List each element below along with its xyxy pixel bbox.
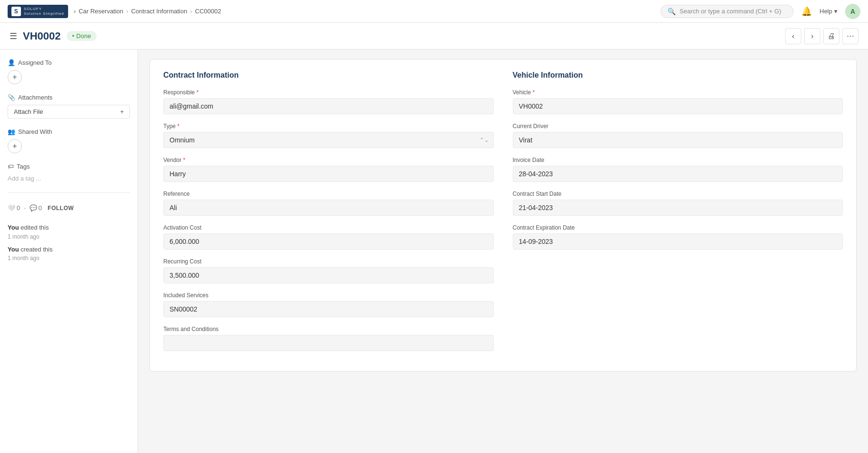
shared-icon: 👥 bbox=[8, 128, 15, 135]
contract-info-title: Contract Information bbox=[163, 71, 494, 80]
status-dot: • bbox=[72, 32, 75, 40]
activity-time-1: 1 month ago bbox=[8, 254, 130, 262]
shared-with-section: 👥 Shared With + bbox=[8, 128, 130, 153]
breadcrumb: › Car Reservation › Contract Information… bbox=[74, 8, 221, 15]
vendor-label: Vendor * bbox=[163, 157, 494, 163]
vehicle-label: Vehicle * bbox=[513, 89, 843, 96]
invoice-date-group: Invoice Date bbox=[513, 157, 843, 182]
recurring-cost-input[interactable] bbox=[163, 267, 494, 283]
contract-expiration-date-group: Contract Expiration Date bbox=[513, 224, 843, 250]
reference-group: Reference bbox=[163, 191, 494, 216]
sidebar: 👤 Assigned To + 📎 Attachments Attach Fil… bbox=[0, 50, 138, 453]
responsible-input[interactable] bbox=[163, 98, 494, 114]
current-driver-group: Current Driver bbox=[513, 123, 843, 148]
type-label: Type * bbox=[163, 123, 494, 130]
logo-text: SOLUFY Solution Simplified bbox=[24, 7, 64, 16]
breadcrumb-sep-0: › bbox=[74, 8, 76, 15]
invoice-date-input[interactable] bbox=[513, 166, 843, 182]
assigned-to-label: 👤 Assigned To bbox=[8, 59, 130, 66]
sidebar-divider bbox=[8, 192, 130, 193]
shared-with-label: 👥 Shared With bbox=[8, 128, 130, 135]
like-button[interactable]: 🤍 0 bbox=[8, 204, 20, 211]
breadcrumb-cc00002[interactable]: CC00002 bbox=[195, 8, 221, 15]
recurring-cost-group: Recurring Cost bbox=[163, 258, 494, 283]
activation-cost-group: Activation Cost bbox=[163, 224, 494, 250]
notifications-icon[interactable]: 🔔 bbox=[801, 6, 812, 17]
terms-group: Terms and Conditions bbox=[163, 326, 494, 351]
contract-expiration-date-input[interactable] bbox=[513, 233, 843, 250]
main-layout: 👤 Assigned To + 📎 Attachments Attach Fil… bbox=[0, 50, 868, 453]
search-placeholder: Search or type a command (Ctrl + G) bbox=[679, 8, 781, 15]
paperclip-icon: 📎 bbox=[8, 94, 15, 101]
attachments-section: 📎 Attachments Attach File + bbox=[8, 94, 130, 119]
vehicle-input[interactable] bbox=[513, 98, 843, 114]
status-badge: • Done bbox=[67, 31, 97, 41]
two-col-grid: Contract Information Responsible * Type … bbox=[163, 71, 843, 360]
activation-cost-label: Activation Cost bbox=[163, 224, 494, 231]
tag-placeholder[interactable]: Add a tag ... bbox=[8, 174, 130, 183]
search-icon: 🔍 bbox=[668, 8, 676, 15]
reactions-row: 🤍 0 · 💬 0 FOLLOW bbox=[8, 202, 130, 213]
add-shared-button[interactable]: + bbox=[8, 139, 22, 153]
current-driver-label: Current Driver bbox=[513, 123, 843, 130]
help-button[interactable]: Help ▾ bbox=[819, 8, 838, 15]
breadcrumb-sep-2: › bbox=[190, 8, 192, 15]
breadcrumb-contract-information[interactable]: Contract Information bbox=[131, 8, 187, 15]
tags-label: 🏷 Tags bbox=[8, 163, 130, 170]
vendor-input[interactable] bbox=[163, 166, 494, 182]
avatar[interactable]: A bbox=[845, 4, 860, 19]
header-actions: ‹ › 🖨 ⋯ bbox=[785, 28, 858, 44]
tags-section: 🏷 Tags Add a tag ... bbox=[8, 163, 130, 183]
current-driver-input[interactable] bbox=[513, 132, 843, 148]
more-options-button[interactable]: ⋯ bbox=[842, 28, 858, 44]
tag-icon: 🏷 bbox=[8, 163, 14, 170]
attachments-label: 📎 Attachments bbox=[8, 94, 130, 101]
next-button[interactable]: › bbox=[804, 28, 820, 44]
contract-expiration-date-label: Contract Expiration Date bbox=[513, 224, 843, 231]
plus-icon: + bbox=[120, 108, 124, 115]
logo[interactable]: S SOLUFY Solution Simplified bbox=[8, 5, 68, 18]
chevron-down-icon: ▾ bbox=[834, 8, 838, 15]
vehicle-information-column: Vehicle Information Vehicle * Current Dr… bbox=[513, 71, 843, 360]
required-star: * bbox=[533, 89, 535, 96]
vehicle-group: Vehicle * bbox=[513, 89, 843, 114]
add-assigned-button[interactable]: + bbox=[8, 70, 22, 84]
included-services-input[interactable] bbox=[163, 301, 494, 317]
recurring-cost-label: Recurring Cost bbox=[163, 258, 494, 265]
page-title: VH0002 bbox=[23, 30, 61, 42]
reference-label: Reference bbox=[163, 191, 494, 197]
vendor-group: Vendor * bbox=[163, 157, 494, 182]
top-nav: S SOLUFY Solution Simplified › Car Reser… bbox=[0, 0, 868, 23]
reference-input[interactable] bbox=[163, 200, 494, 216]
comment-icon: 💬 bbox=[30, 204, 37, 211]
content-area: Contract Information Responsible * Type … bbox=[138, 50, 868, 453]
page-header: ☰ VH0002 • Done ‹ › 🖨 ⋯ bbox=[0, 23, 868, 50]
prev-button[interactable]: ‹ bbox=[785, 28, 801, 44]
contract-start-date-input[interactable] bbox=[513, 200, 843, 216]
terms-input[interactable] bbox=[163, 335, 494, 351]
activity-item-1: You created this 1 month ago bbox=[8, 245, 130, 263]
type-select-wrapper: Omnium bbox=[163, 132, 494, 148]
activity-item-0: You edited this 1 month ago bbox=[8, 223, 130, 241]
content-card: Contract Information Responsible * Type … bbox=[150, 59, 857, 372]
dot-separator: · bbox=[24, 204, 26, 211]
activation-cost-input[interactable] bbox=[163, 233, 494, 250]
responsible-label: Responsible * bbox=[163, 89, 494, 96]
hamburger-icon[interactable]: ☰ bbox=[10, 31, 17, 41]
comment-button[interactable]: 💬 0 bbox=[30, 204, 42, 211]
type-select[interactable]: Omnium bbox=[163, 132, 494, 148]
contract-start-date-group: Contract Start Date bbox=[513, 191, 843, 216]
attach-file-button[interactable]: Attach File + bbox=[8, 105, 130, 119]
required-star: * bbox=[177, 123, 180, 130]
included-services-label: Included Services bbox=[163, 292, 494, 299]
included-services-group: Included Services bbox=[163, 292, 494, 317]
terms-label: Terms and Conditions bbox=[163, 326, 494, 332]
required-star: * bbox=[196, 89, 199, 96]
breadcrumb-sep-1: › bbox=[126, 8, 128, 15]
type-group: Type * Omnium bbox=[163, 123, 494, 148]
person-icon: 👤 bbox=[8, 59, 15, 66]
print-button[interactable]: 🖨 bbox=[823, 28, 839, 44]
search-bar[interactable]: 🔍 Search or type a command (Ctrl + G) bbox=[660, 5, 794, 18]
follow-button[interactable]: FOLLOW bbox=[48, 205, 74, 211]
breadcrumb-car-reservation[interactable]: Car Reservation bbox=[79, 8, 123, 15]
